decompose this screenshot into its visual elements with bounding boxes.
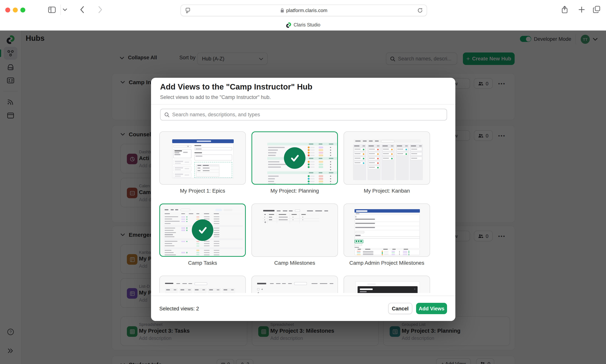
url-text: platform.claris.com <box>286 8 327 13</box>
dialog-footer: Selected views: 2 Cancel Add Views <box>151 296 455 321</box>
view-card-admin[interactable] <box>344 204 430 257</box>
view-card-partial_todos[interactable] <box>344 276 430 293</box>
safari-window: platform.claris.com Claris Studio <box>0 0 606 364</box>
forward-button[interactable] <box>98 6 102 13</box>
reload-icon[interactable] <box>417 8 423 13</box>
dialog-title: Add Views to the "Camp Instructor" Hub <box>160 82 312 91</box>
claris-favicon <box>286 22 291 28</box>
view-card-partial_board[interactable] <box>159 276 246 293</box>
page-settings-icon[interactable] <box>185 8 191 13</box>
view-option: My Project: Planning <box>251 131 338 195</box>
tab-title-bar[interactable]: Claris Studio <box>0 20 606 30</box>
address-bar[interactable]: platform.claris.com <box>181 4 427 16</box>
view-card-tasks[interactable] <box>159 204 246 257</box>
views-search-input[interactable]: Search names, descriptions, and types <box>160 109 447 120</box>
chevron-down-icon[interactable] <box>63 8 67 11</box>
view-option <box>251 276 338 293</box>
lock-icon <box>280 8 284 13</box>
view-card-partial_sheet[interactable] <box>251 276 338 293</box>
view-card-label: My Project: Kanban <box>344 188 430 195</box>
add-views-button[interactable]: Add Views <box>416 303 447 314</box>
toolbar-divider <box>60 4 61 15</box>
view-card-label: Camp Milestones <box>251 260 338 267</box>
selected-check-icon <box>192 219 213 241</box>
view-option: Camp Milestones <box>251 204 338 267</box>
browser-chrome: platform.claris.com Claris Studio <box>0 0 606 31</box>
view-card-label: My Project: Planning <box>251 188 338 195</box>
zoom-window-button[interactable] <box>20 8 25 13</box>
search-icon <box>164 112 169 117</box>
tab-overview-icon[interactable] <box>593 6 600 13</box>
view-option: Camp Admin Project Milestones <box>344 204 430 267</box>
view-card-label: My Project 1: Epics <box>159 188 246 195</box>
view-card-planning[interactable] <box>251 131 338 185</box>
selected-check-icon <box>284 147 306 169</box>
view-card-label: Camp Tasks <box>159 260 246 267</box>
view-option <box>159 276 246 293</box>
view-option <box>344 276 430 293</box>
view-card-epics[interactable] <box>159 131 246 185</box>
view-option: My Project 1: Epics <box>159 131 246 195</box>
selected-count-text: Selected views: 2 <box>159 306 199 311</box>
close-window-button[interactable] <box>5 8 10 13</box>
add-views-dialog: Add Views to the "Camp Instructor" Hub S… <box>151 78 455 321</box>
back-button[interactable] <box>80 6 84 13</box>
share-icon[interactable] <box>561 6 568 13</box>
dialog-subtitle: Select views to add to the "Camp Instruc… <box>160 94 271 100</box>
sidebar-toggle-icon[interactable] <box>48 6 56 13</box>
minimize-window-button[interactable] <box>13 8 18 13</box>
view-card-kanban[interactable] <box>344 131 430 185</box>
view-card-milestones[interactable] <box>251 204 338 257</box>
view-card-label: Camp Admin Project Milestones <box>344 260 430 267</box>
tab-title: Claris Studio <box>294 22 320 27</box>
view-option: Camp Tasks <box>159 204 246 267</box>
cancel-button[interactable]: Cancel <box>388 303 412 314</box>
view-option: My Project: Kanban <box>344 131 430 195</box>
new-tab-icon[interactable] <box>579 6 585 13</box>
views-grid-scroll-area[interactable]: My Project 1: EpicsMy Project: PlanningM… <box>159 127 449 293</box>
